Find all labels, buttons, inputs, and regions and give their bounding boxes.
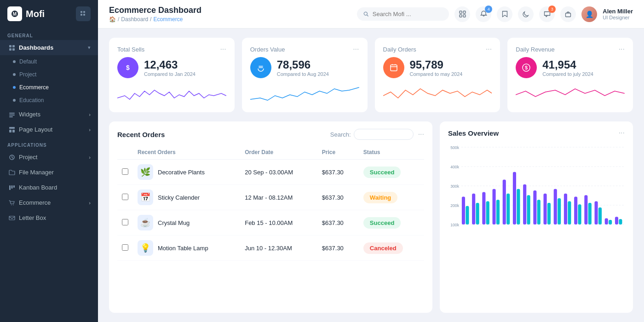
sidebar: M Mofi GENERAL Dashboards ▾ Default Proj…: [0, 0, 98, 322]
sparkline-orders-value: [250, 82, 359, 105]
row-checkbox-1[interactable]: [122, 194, 128, 200]
recent-orders-header-right: Search: ···: [330, 129, 424, 140]
bar-purple-0: [462, 197, 465, 224]
order-product-2: ☕ Crystal Mug: [138, 215, 236, 230]
sidebar-item-widgets[interactable]: Widgets ›: [0, 107, 98, 122]
messages-badge: 3: [548, 6, 556, 13]
search-icon: [363, 11, 369, 17]
header-left: Ecommerce Dashboard 🏠 / Dashboard / Ecom…: [109, 6, 201, 23]
col-product: Recent Orders: [133, 145, 240, 160]
sidebar-sub-education[interactable]: Education: [0, 94, 98, 107]
chevron-right-pagelayout-icon: ›: [89, 127, 91, 132]
breadcrumb-home-icon: 🏠: [109, 16, 116, 23]
dot-ecommerce: [13, 86, 16, 89]
svg-rect-8: [9, 48, 12, 51]
sales-overview-header: Sales Overview ···: [448, 129, 625, 137]
table-row: 💡 Motion Table Lamp Jun 10 - 12.30AM $63…: [117, 236, 424, 261]
stat-more-orders-value[interactable]: ···: [353, 45, 359, 53]
bag-icon[interactable]: [560, 6, 576, 22]
product-thumb-3: 💡: [138, 240, 153, 256]
stat-more-daily-revenue[interactable]: ···: [619, 45, 625, 53]
sidebar-label-dashboards: Dashboards: [19, 44, 53, 51]
avatar: 👤: [581, 6, 597, 22]
sidebar-item-project[interactable]: Project ›: [0, 150, 98, 165]
svg-rect-24: [460, 11, 462, 13]
bar-blue-4: [506, 194, 510, 224]
grid-icon[interactable]: [76, 6, 91, 21]
svg-text:$: $: [525, 65, 528, 70]
sales-chart: 500k 400k 300k 200k 100k: [448, 143, 625, 244]
notification-icon[interactable]: 4: [476, 6, 491, 22]
bar-purple-12: [584, 195, 587, 224]
bar-purple-7: [533, 190, 536, 224]
search-bar[interactable]: [357, 7, 449, 21]
sales-overview-more-icon[interactable]: ···: [619, 129, 625, 137]
svg-rect-6: [9, 45, 12, 47]
bar-purple-15: [615, 217, 618, 224]
notification-badge: 4: [485, 6, 492, 13]
stat-icon-daily-revenue: $: [516, 57, 537, 78]
stat-title-daily-revenue: Daily Revenue: [516, 46, 555, 53]
main-content: Ecommerce Dashboard 🏠 / Dashboard / Ecom…: [98, 0, 644, 322]
row-checkbox-2[interactable]: [122, 219, 128, 225]
sparkline-daily-orders: [383, 82, 492, 105]
page-title: Ecommerce Dashboard: [109, 6, 201, 15]
sidebar-label-letterbox: Letter Box: [19, 214, 46, 221]
table-row: 🌿 Decorative Plants 20 Sep - 03.00AM $63…: [117, 160, 424, 185]
stat-value-orders-value: 78,596: [277, 58, 329, 71]
sidebar-sub-project[interactable]: Project: [0, 68, 98, 81]
orders-more-icon[interactable]: ···: [418, 130, 424, 138]
sidebar-section-applications: APPLICATIONS: [0, 137, 98, 150]
stat-icon-total-sells: $: [117, 57, 138, 78]
stat-icon-daily-orders: [383, 57, 404, 78]
layout-icon[interactable]: [454, 6, 470, 22]
sidebar-sub-ecommerce[interactable]: Ecommerce: [0, 81, 98, 94]
sidebar-sub-default[interactable]: Default: [0, 55, 98, 68]
sidebar-label-filemanager: File Manager: [19, 169, 54, 176]
orders-search[interactable]: Search:: [330, 129, 414, 140]
logo-text: Mofi: [26, 9, 45, 19]
svg-rect-7: [12, 45, 15, 47]
stat-more-total-sells[interactable]: ···: [220, 45, 226, 53]
stat-card-daily-revenue: Daily Revenue ··· $ 41,954 Compared to j…: [507, 38, 633, 112]
order-date-1: 12 Mar - 08.12AM: [240, 185, 317, 210]
col-date: Order Date: [240, 145, 317, 160]
order-price-0: $637.30: [317, 160, 359, 185]
recent-orders-header: Recent Orders Search: ···: [117, 129, 424, 140]
stat-card-orders-value: Orders Value ··· 78,596 Compared to Aug …: [242, 38, 368, 112]
table-row: ☕ Crystal Mug Feb 15 - 10.00AM $637.30 S…: [117, 210, 424, 236]
sidebar-item-kanban[interactable]: Kanban Board: [0, 180, 98, 195]
col-status: Status: [359, 145, 424, 160]
sidebar-item-dashboards[interactable]: Dashboards ▾: [0, 40, 98, 55]
sidebar-item-pagelayout[interactable]: Page Layout ›: [0, 122, 98, 137]
svg-rect-11: [9, 115, 15, 115]
orders-search-input[interactable]: [354, 129, 414, 140]
bar-purple-11: [574, 197, 577, 224]
chevron-down-icon: ▾: [88, 45, 91, 51]
svg-rect-10: [9, 113, 15, 114]
search-input[interactable]: [373, 11, 443, 17]
bar-blue-12: [588, 203, 592, 224]
bookmark-icon[interactable]: [497, 6, 512, 22]
status-badge-1: Waiting: [363, 192, 397, 203]
content-area: Total Sells ··· $ 12,463 Compared to Jan…: [98, 29, 644, 322]
sidebar-item-ecommerce[interactable]: Ecommerce ›: [0, 195, 98, 210]
sidebar-label-project: Project: [19, 154, 37, 161]
bar-purple-13: [595, 201, 598, 224]
sidebar-item-letterbox[interactable]: Letter Box: [0, 210, 98, 225]
bar-blue-0: [466, 206, 469, 224]
svg-rect-26: [460, 15, 462, 17]
row-checkbox-0[interactable]: [122, 168, 128, 175]
stat-card-total-sells: Total Sells ··· $ 12,463 Compared to Jan…: [109, 38, 235, 112]
row-checkbox-3[interactable]: [122, 244, 128, 251]
moon-icon[interactable]: [518, 6, 534, 22]
bar-blue-2: [486, 201, 489, 224]
messages-icon[interactable]: 3: [539, 6, 555, 22]
col-price: Price: [317, 145, 359, 160]
orders-table: Recent Orders Order Date Price Status 🌿 …: [117, 145, 424, 261]
bar-purple-5: [513, 172, 516, 224]
svg-rect-27: [463, 15, 466, 17]
stat-more-daily-orders[interactable]: ···: [486, 45, 492, 53]
svg-text:$: $: [126, 64, 130, 71]
sidebar-item-filemanager[interactable]: File Manager: [0, 165, 98, 180]
